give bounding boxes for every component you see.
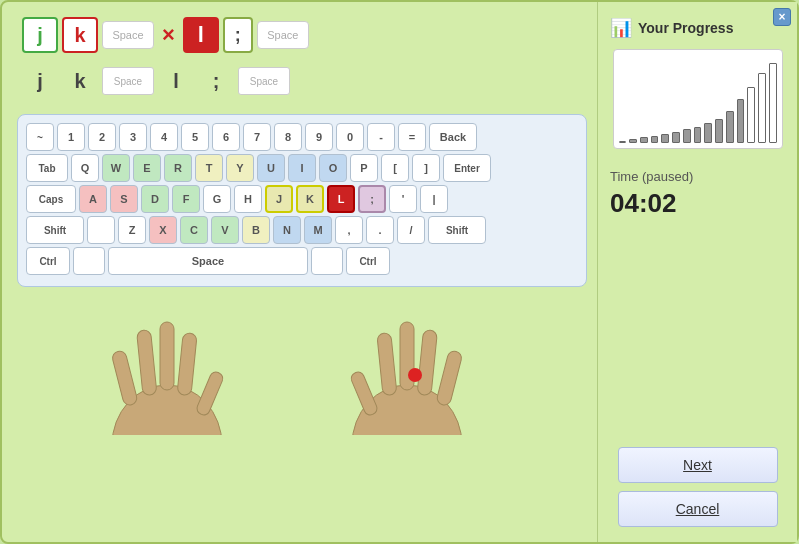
typed-space-2: Space: [238, 67, 290, 95]
progress-title: Your Progress: [638, 20, 733, 36]
typed-space-1: Space: [102, 67, 154, 95]
typed-char-semi: ;: [198, 63, 234, 99]
key-d[interactable]: D: [141, 185, 169, 213]
key-space[interactable]: Space: [108, 247, 308, 275]
key-minus[interactable]: -: [367, 123, 395, 151]
target-area: j k Space × l ; Space: [22, 17, 587, 53]
key-7[interactable]: 7: [243, 123, 271, 151]
key-4[interactable]: 4: [150, 123, 178, 151]
key-caps[interactable]: Caps: [26, 185, 76, 213]
key-y[interactable]: Y: [226, 154, 254, 182]
key-comma[interactable]: ,: [335, 216, 363, 244]
hands-canvas: [17, 295, 587, 435]
key-h[interactable]: H: [234, 185, 262, 213]
next-button[interactable]: Next: [618, 447, 778, 483]
key-ctrl-l[interactable]: Ctrl: [26, 247, 70, 275]
key-s[interactable]: S: [110, 185, 138, 213]
key-m[interactable]: M: [304, 216, 332, 244]
key-l[interactable]: L: [327, 185, 355, 213]
key-backspace[interactable]: Back: [429, 123, 477, 151]
kb-row-4: Shift Z X C V B N M , . / Shift: [26, 216, 578, 244]
typed-char-k: k: [62, 63, 98, 99]
right-panel: 📊 Your Progress Time (paused) 04:02 Next…: [597, 2, 797, 542]
key-w[interactable]: W: [102, 154, 130, 182]
key-f[interactable]: F: [172, 185, 200, 213]
close-button[interactable]: ×: [773, 8, 791, 26]
key-u[interactable]: U: [257, 154, 285, 182]
key-z[interactable]: Z: [118, 216, 146, 244]
key-5[interactable]: 5: [181, 123, 209, 151]
key-k[interactable]: K: [296, 185, 324, 213]
target-char-k: k: [62, 17, 98, 53]
key-i[interactable]: I: [288, 154, 316, 182]
timer-value: 04:02: [610, 188, 677, 219]
key-j[interactable]: J: [265, 185, 293, 213]
cancel-button[interactable]: Cancel: [618, 491, 778, 527]
key-equals[interactable]: =: [398, 123, 426, 151]
kb-row-2: Tab Q W E R T Y U I O P [ ] Enter: [26, 154, 578, 182]
key-1[interactable]: 1: [57, 123, 85, 151]
kb-row-5: Ctrl Space Ctrl: [26, 247, 578, 275]
hands-area: [17, 295, 587, 435]
target-char-semi: ;: [223, 17, 253, 53]
key-bracket-r[interactable]: ]: [412, 154, 440, 182]
target-space-1: Space: [102, 21, 154, 49]
key-o[interactable]: O: [319, 154, 347, 182]
key-0[interactable]: 0: [336, 123, 364, 151]
typed-char-l: l: [158, 63, 194, 99]
key-x[interactable]: X: [149, 216, 177, 244]
typed-area: j k Space l ; Space: [22, 63, 587, 99]
key-shift-r[interactable]: Shift: [428, 216, 486, 244]
key-8[interactable]: 8: [274, 123, 302, 151]
key-win[interactable]: [73, 247, 105, 275]
key-r[interactable]: R: [164, 154, 192, 182]
main-window: × j k Space × l ; Space j k Space l ; Sp…: [0, 0, 799, 544]
key-a[interactable]: A: [79, 185, 107, 213]
typed-char-j: j: [22, 63, 58, 99]
keyboard: ~ 1 2 3 4 5 6 7 8 9 0 - = Back Tab Q W E: [17, 114, 587, 287]
key-alt-r[interactable]: [311, 247, 343, 275]
key-v[interactable]: V: [211, 216, 239, 244]
progress-chart: [613, 49, 783, 149]
key-backslash[interactable]: [87, 216, 115, 244]
key-semicolon[interactable]: ;: [358, 185, 386, 213]
key-enter[interactable]: Enter: [443, 154, 491, 182]
kb-row-3: Caps A S D F G H J K L ; ' |: [26, 185, 578, 213]
key-t[interactable]: T: [195, 154, 223, 182]
key-6[interactable]: 6: [212, 123, 240, 151]
key-b[interactable]: B: [242, 216, 270, 244]
kb-row-1: ~ 1 2 3 4 5 6 7 8 9 0 - = Back: [26, 123, 578, 151]
key-pipe[interactable]: |: [420, 185, 448, 213]
key-3[interactable]: 3: [119, 123, 147, 151]
key-bracket-l[interactable]: [: [381, 154, 409, 182]
key-shift-l[interactable]: Shift: [26, 216, 84, 244]
key-slash[interactable]: /: [397, 216, 425, 244]
target-space-2: Space: [257, 21, 309, 49]
key-ctrl-r[interactable]: Ctrl: [346, 247, 390, 275]
key-2[interactable]: 2: [88, 123, 116, 151]
key-tab[interactable]: Tab: [26, 154, 68, 182]
key-quote[interactable]: ': [389, 185, 417, 213]
error-cross: ×: [162, 22, 175, 48]
key-period[interactable]: .: [366, 216, 394, 244]
target-char-j: j: [22, 17, 58, 53]
progress-header: 📊 Your Progress: [610, 17, 733, 39]
chart-icon: 📊: [610, 17, 632, 39]
key-e[interactable]: E: [133, 154, 161, 182]
key-n[interactable]: N: [273, 216, 301, 244]
left-panel: j k Space × l ; Space j k Space l ; Spac…: [2, 2, 597, 542]
key-tilde[interactable]: ~: [26, 123, 54, 151]
key-g[interactable]: G: [203, 185, 231, 213]
key-9[interactable]: 9: [305, 123, 333, 151]
timer-label: Time (paused): [610, 169, 693, 184]
key-p[interactable]: P: [350, 154, 378, 182]
key-c[interactable]: C: [180, 216, 208, 244]
target-char-l: l: [183, 17, 219, 53]
key-q[interactable]: Q: [71, 154, 99, 182]
